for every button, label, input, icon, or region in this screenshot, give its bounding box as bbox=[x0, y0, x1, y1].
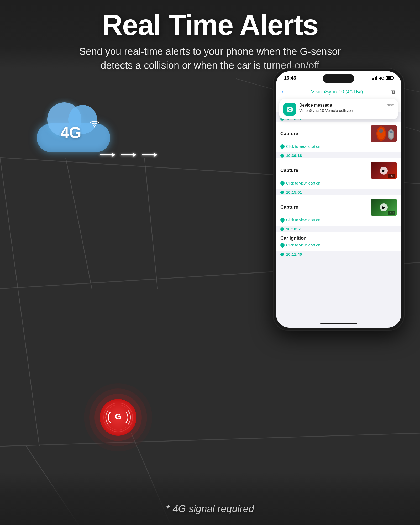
svg-point-39 bbox=[94, 126, 95, 128]
time-dot-2 bbox=[280, 154, 284, 158]
wifi-signal-icon bbox=[89, 118, 100, 130]
capture-row-1: Capture bbox=[280, 125, 397, 142]
svg-rect-43 bbox=[372, 78, 373, 80]
notif-content: Device message VisionSync 10 Vehicle col… bbox=[299, 103, 383, 113]
thumb-img-1 bbox=[371, 125, 397, 142]
timeline-item-3: Capture ▶ 0:13 Click to view location bbox=[276, 195, 401, 226]
duration-2: 0:06 bbox=[388, 174, 395, 178]
battery-icon bbox=[386, 76, 393, 80]
header-section: Real Time Alerts Send you real-time aler… bbox=[0, 0, 420, 72]
cloud-shape: 4G bbox=[37, 110, 110, 158]
timeline-time-2: 10:39:18 bbox=[276, 152, 401, 158]
location-text-2: Click to view location bbox=[286, 181, 320, 185]
cloud-signal-area: 4G bbox=[21, 110, 178, 189]
app-icon-svg bbox=[286, 105, 294, 113]
svg-text:G: G bbox=[115, 412, 122, 421]
event-label-4: Car ignition bbox=[280, 235, 397, 241]
time-label-5: 10:11:40 bbox=[286, 252, 302, 256]
home-indicator bbox=[320, 323, 357, 324]
main-title: Real Time Alerts bbox=[0, 10, 420, 39]
location-text-1: Click to view location bbox=[286, 144, 320, 149]
subtitle-line1: Send you real-time alerts to your phone … bbox=[79, 46, 341, 57]
status-bar: 13:43 4G bbox=[276, 71, 401, 85]
time-label-2: 10:39:18 bbox=[286, 153, 302, 158]
notif-time: Now bbox=[386, 103, 394, 107]
phone-mockup: 13:43 4G ‹ bbox=[273, 68, 404, 331]
thumbnail-1[interactable] bbox=[371, 125, 397, 142]
page-title: VisionSync 10 (4G Live) bbox=[311, 89, 363, 95]
thumbnail-3[interactable]: ▶ 0:13 bbox=[371, 199, 397, 216]
location-pin-1 bbox=[280, 144, 286, 150]
time-label-3: 10:15:01 bbox=[286, 190, 302, 195]
svg-rect-45 bbox=[375, 77, 376, 80]
status-right-icons: 4G bbox=[372, 76, 393, 80]
location-row-2[interactable]: Click to view location bbox=[280, 181, 397, 185]
svg-rect-46 bbox=[376, 76, 377, 80]
bottom-overlay bbox=[0, 472, 420, 525]
location-text-4: Click to view location bbox=[286, 243, 320, 247]
g-sensor-circle: G bbox=[100, 399, 136, 436]
phone-inner: 13:43 4G ‹ bbox=[276, 71, 401, 328]
notif-body: VisionSync 10 Vehicle collision bbox=[299, 108, 383, 113]
timeline-time-4: 10:10:51 bbox=[276, 226, 401, 231]
svg-rect-44 bbox=[373, 78, 374, 80]
location-pin-3 bbox=[280, 217, 286, 223]
time-label-4: 10:10:51 bbox=[286, 227, 302, 231]
battery-fill bbox=[387, 77, 391, 79]
location-row-3[interactable]: Click to view location bbox=[280, 218, 397, 222]
notif-title: Device message bbox=[299, 103, 383, 108]
timeline-list: 10:18:22 Capture bbox=[276, 113, 401, 259]
thumbnail-2[interactable]: ▶ 0:06 bbox=[371, 162, 397, 179]
time-dot-5 bbox=[280, 253, 284, 256]
timeline-item-1: Capture bbox=[276, 122, 401, 152]
arrow-2 bbox=[121, 152, 136, 158]
timeline-time-5: 10:11:40 bbox=[276, 251, 401, 256]
location-text-3: Click to view location bbox=[286, 218, 320, 222]
location-pin-4 bbox=[280, 242, 286, 248]
signal-bars-icon bbox=[372, 76, 377, 80]
network-type: 4G bbox=[379, 76, 384, 80]
device-name: VisionSync 10 bbox=[311, 89, 344, 94]
play-button-2[interactable]: ▶ bbox=[380, 167, 388, 175]
location-pin-2 bbox=[280, 180, 286, 186]
phone-outer: 13:43 4G ‹ bbox=[273, 68, 404, 331]
footer-note-text: * 4G signal required bbox=[166, 503, 254, 514]
capture-row-3: Capture ▶ 0:13 bbox=[280, 199, 397, 216]
status-time: 13:43 bbox=[284, 75, 296, 81]
g-sensor-badge: G bbox=[100, 399, 136, 436]
play-button-3[interactable]: ▶ bbox=[380, 203, 388, 211]
nav-bar: ‹ VisionSync 10 (4G Live) 🗑 bbox=[276, 85, 401, 99]
capture-label-3: Capture bbox=[280, 204, 298, 210]
svg-point-50 bbox=[289, 109, 291, 110]
live-badge: (4G Live) bbox=[346, 90, 363, 94]
cloud-4g-label: 4G bbox=[60, 123, 81, 141]
timeline-item-4: Car ignition Click to view location bbox=[276, 232, 401, 251]
capture-label-2: Capture bbox=[280, 168, 298, 173]
duration-3: 0:13 bbox=[388, 211, 395, 215]
notification-toast: Device message VisionSync 10 Vehicle col… bbox=[279, 99, 398, 119]
location-row-1[interactable]: Click to view location bbox=[280, 144, 397, 149]
delete-button[interactable]: 🗑 bbox=[391, 89, 396, 95]
signal-arrows bbox=[100, 152, 158, 158]
dynamic-island bbox=[323, 74, 354, 83]
timeline-time-3: 10:15:01 bbox=[276, 189, 401, 195]
capture-row-2: Capture ▶ 0:06 bbox=[280, 162, 397, 179]
timeline-item-2: Capture ▶ 0:06 Click to view location bbox=[276, 158, 401, 189]
svg-point-57 bbox=[390, 131, 393, 133]
notif-app-icon bbox=[284, 103, 296, 116]
svg-rect-48 bbox=[288, 107, 291, 108]
footer-section: * 4G signal required bbox=[0, 503, 420, 514]
svg-point-54 bbox=[379, 129, 383, 133]
time-dot-3 bbox=[280, 191, 284, 194]
time-dot-4 bbox=[280, 227, 284, 231]
arrow-3 bbox=[142, 152, 158, 158]
capture-label-1: Capture bbox=[280, 131, 298, 136]
location-row-4[interactable]: Click to view location bbox=[280, 243, 397, 247]
arrow-1 bbox=[100, 152, 116, 158]
back-button[interactable]: ‹ bbox=[281, 88, 283, 95]
